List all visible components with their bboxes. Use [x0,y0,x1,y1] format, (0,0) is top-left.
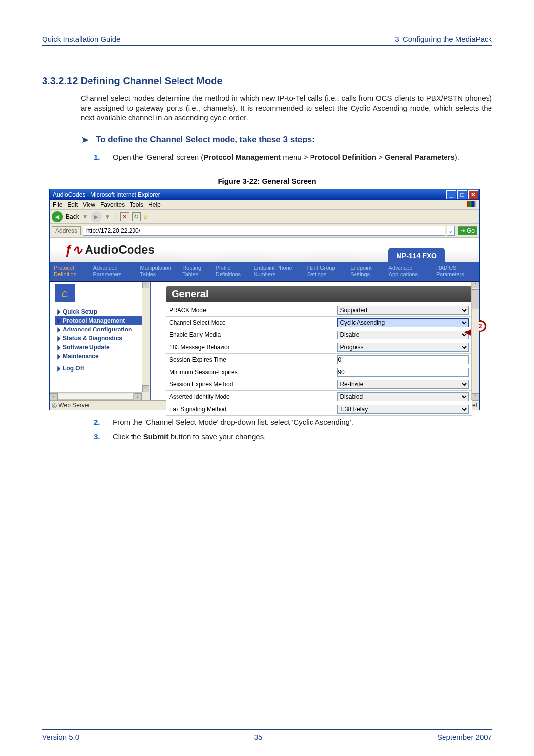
procedure-arrow-icon: ➤ [81,134,89,145]
enable-early-media-select[interactable]: Disable [337,331,469,339]
sidebar-item-protocol-management[interactable]: Protocol Management [55,316,150,325]
back-label: Back [66,213,79,220]
section-heading: 3.3.2.12 Defining Channel Select Mode [42,75,492,87]
channel-select-mode-select[interactable]: Cyclic Ascending [337,318,469,327]
sidebar-item-advanced-configuration[interactable]: Advanced Configuration [55,325,150,334]
main-scroll-down-icon[interactable]: ˅ [472,393,479,400]
sidebar-scrollbar[interactable]: ˄ ˅ [142,282,150,400]
fax-signaling-method-select[interactable]: T.38 Relay [337,405,469,414]
section-intro: Channel select modes determine the metho… [81,94,492,123]
address-input[interactable] [83,226,445,236]
sidebar-logoff[interactable]: Log Off [53,364,150,373]
main-scrollbar[interactable]: ˄ ˅ [471,282,479,400]
page-header-left: Quick Installation Guide [42,35,120,43]
back-button[interactable]: ◄ [52,211,63,222]
sidebar-item-status-diagnostics[interactable]: Status & Diagnostics [55,334,150,343]
refresh-button[interactable]: ↻ [132,212,141,221]
main-scroll-up-icon[interactable]: ˄ [472,282,479,288]
footer-version: Version 5.0 [42,733,79,741]
ie-menubar-items[interactable]: File Edit View Favorites Tools Help [53,201,161,208]
step-number-2: 2. [94,417,104,427]
go-button[interactable]: ➔ Go [458,226,477,235]
window-title: AudioCodes - Microsoft Internet Explorer [53,191,160,198]
window-minimize-button[interactable]: _ [446,190,456,199]
main-scroll-thumb[interactable] [472,289,479,309]
footer-page-number: 35 [254,733,263,741]
session-expires-method-select[interactable]: Re-Invite [337,380,469,389]
ie-window: AudioCodes - Microsoft Internet Explorer… [49,189,480,410]
status-left: ◎ Web Server [52,402,89,409]
figure-caption: Figure 3-22: General Screen [42,177,492,185]
main-panel: General PRACK ModeSupported Channel Sele… [151,282,479,400]
hscroll-left-button[interactable]: ‹ [50,393,58,400]
session-expires-time-input[interactable] [337,355,469,364]
prack-mode-select[interactable]: Supported [337,306,469,315]
app-logo: ƒ∿ AudioCodes [65,242,155,258]
step-number-1: 1. [94,152,104,162]
183-behavior-select[interactable]: Progress [337,343,469,352]
step-2-text: From the 'Channel Select Mode' drop-down… [113,417,492,427]
footer-date: September 2007 [437,733,492,741]
scroll-down-icon[interactable]: ˅ [142,385,149,392]
step-3-text: Click the Submit button to save your cha… [113,432,492,442]
home-icon[interactable]: ⌂ [55,284,75,302]
address-dropdown-button[interactable]: ⌄ [447,226,455,236]
sidebar-item-software-update[interactable]: Software Update [55,343,150,352]
stop-button[interactable]: ✕ [120,212,129,221]
page-header-right: 3. Configuring the MediaPack [395,35,492,43]
address-label: Address [52,226,81,235]
product-label: MP-114 FXO [388,248,445,264]
minimum-session-expires-input[interactable] [337,368,469,377]
sidebar: ⌂ Quick Setup Protocol Management Advanc… [50,282,151,400]
window-maximize-button[interactable]: □ [457,190,467,199]
hscroll-track[interactable] [58,394,134,400]
ie-logo-icon [467,201,476,207]
asserted-identity-mode-select[interactable]: Disabled [337,392,469,401]
home-toolbar-icon[interactable]: ⌂ [144,213,147,220]
scroll-up-icon[interactable]: ˄ [142,282,149,288]
forward-button[interactable]: ► [91,211,102,222]
logo-swoosh-icon: ƒ∿ [65,242,83,258]
app-tabs[interactable]: Protocol Definition Advanced Parameters … [50,262,479,282]
step-number-3: 3. [94,432,104,442]
general-table: PRACK ModeSupported Channel Select ModeC… [166,304,472,416]
sidebar-item-quick-setup[interactable]: Quick Setup [55,307,150,316]
sidebar-item-maintenance[interactable]: Maintenance [55,352,150,361]
step-1-text: Open the 'General' screen (Protocol Mana… [113,152,492,162]
hscroll-right-button[interactable]: › [134,393,142,400]
procedure-title: To define the Channel Select mode, take … [96,135,315,144]
window-close-button[interactable]: ✕ [468,190,478,199]
main-title: General [166,286,472,302]
